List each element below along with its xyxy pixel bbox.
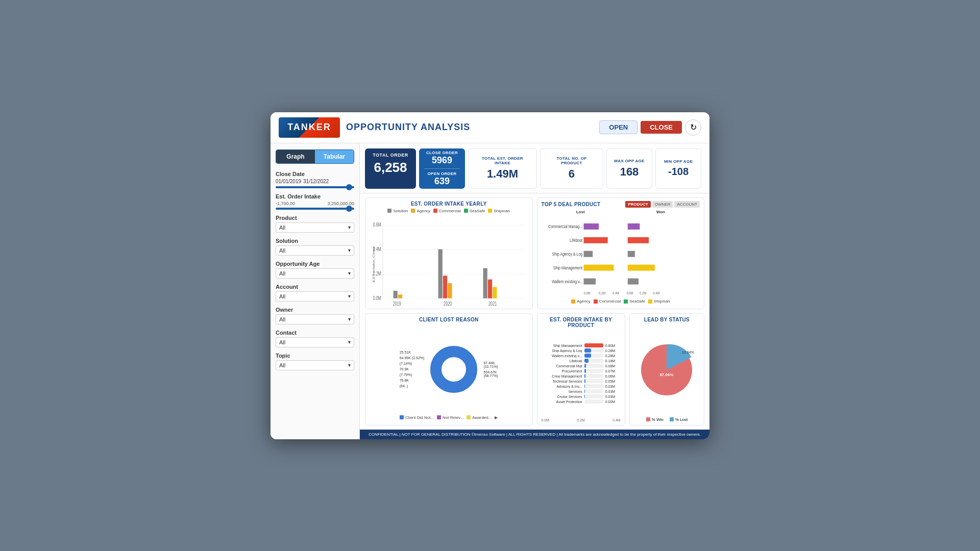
kpi-min-opp: MIN OPP AGE -108: [655, 148, 701, 189]
logo: TANKER: [279, 117, 340, 138]
open-button[interactable]: OPEN: [599, 120, 638, 134]
solution-value: All: [279, 247, 285, 254]
svg-rect-27: [583, 237, 607, 243]
legend-seasafe2-icon: [624, 299, 628, 304]
hbar-area: Ship Management 0.80M Ship Agency & Log …: [542, 330, 621, 417]
kpi-open-order: OPEN ORDER 639: [428, 171, 457, 187]
date-slider[interactable]: [276, 186, 354, 188]
svg-text:2020: 2020: [444, 301, 452, 307]
total-product-value: 6: [569, 167, 575, 181]
pie-legend-win: % Win: [646, 417, 664, 422]
svg-text:2021: 2021: [488, 301, 497, 307]
top5-tab-account[interactable]: ACCOUNT: [674, 201, 700, 208]
hbar-fill-2: [584, 348, 591, 353]
legend-commercial2: Commercial: [594, 299, 621, 304]
hbar-fill-6: [584, 369, 586, 373]
filter-est-order: Est. Order Intake -1,700.00 3,250,000.00: [276, 193, 354, 210]
hbar-row-1: Ship Management 0.80M: [542, 343, 621, 347]
est-slider[interactable]: [276, 208, 354, 210]
legend-solution-icon: [387, 209, 391, 213]
svg-text:EST Intake_Close: EST Intake_Close: [372, 246, 376, 282]
chart-client-lost: CLIENT LOST REASON 25.51K 64.99K (2.92%)…: [365, 313, 533, 425]
pie-legend: % Win % Lost: [634, 417, 700, 422]
filter-solution: Solution All ▾: [276, 238, 354, 256]
bottom-right-charts: EST. ORDER INTAKE BY PRODUCT Ship Manage…: [537, 313, 705, 425]
legend-client-more: ▶: [495, 415, 498, 420]
main-body: Graph Tabular Close Date 01/01/2019 31/1…: [271, 143, 709, 439]
legend-client-2-icon: [437, 415, 441, 419]
svg-text:Wallem existing v...: Wallem existing v...: [552, 279, 582, 284]
donut-label-1: 25.51K: [400, 350, 425, 354]
chevron-down-icon: ▾: [348, 362, 351, 368]
close-button[interactable]: CLOSE: [641, 121, 682, 134]
account-dropdown[interactable]: All ▾: [276, 291, 354, 302]
open-order-label: OPEN ORDER: [428, 171, 457, 176]
header: TANKER OPPORTUNITY ANALYSIS OPEN CLOSE ↻: [271, 112, 709, 143]
refresh-button[interactable]: ↻: [685, 119, 701, 136]
app-window: TANKER OPPORTUNITY ANALYSIS OPEN CLOSE ↻…: [271, 112, 709, 439]
tab-tabular[interactable]: Tabular: [315, 150, 354, 163]
chart-est-yearly-legend: Solution Agency Commercial SeaSafe: [370, 209, 528, 213]
top5-tab-owner[interactable]: OWNER: [652, 201, 673, 208]
donut-label-5: (7.79%): [400, 373, 425, 377]
donut-label-2: 64.99K (2.92%): [400, 356, 425, 360]
hbar-fill-1: [584, 343, 603, 347]
win-icon: [646, 417, 650, 421]
hbar-row-12: Asset Protection 0.00M: [542, 399, 621, 404]
svg-rect-30: [583, 278, 596, 284]
account-label: Account: [276, 284, 354, 290]
svg-rect-9: [398, 294, 402, 298]
top5-charts: Lost Commercial Manag... Lifeboat Ship A…: [542, 210, 700, 298]
legend-shipman2-icon: [648, 299, 652, 304]
hbar-row-6: Procurement 0.07M: [542, 369, 621, 373]
chart-top5-deal: TOP 5 DEAL PRODUCT PRODUCT OWNER ACCOUNT…: [537, 197, 705, 310]
solution-dropdown[interactable]: All ▾: [276, 245, 354, 256]
svg-rect-29: [583, 264, 614, 270]
lost-icon: [670, 417, 674, 421]
content-area: TOTAL ORDER 6,258 CLOSE ORDER 5969 OPEN …: [360, 143, 709, 439]
divider: [424, 168, 460, 169]
donut-label-val: 97.48K: [483, 361, 498, 365]
svg-point-48: [443, 358, 465, 381]
hbar-row-5: Commercial Mgt 0.08M: [542, 364, 621, 368]
est-max: 3,250,000.00: [327, 201, 354, 206]
tab-graph[interactable]: Graph: [276, 150, 315, 163]
max-opp-label: MAX OPP AGE: [614, 159, 644, 163]
contact-label: Contact: [276, 330, 354, 336]
logo-text: TANKER: [287, 122, 331, 133]
bar-chart-svg: 0.6M 0.4M 0.2M 0.0M: [370, 215, 528, 306]
product-dropdown[interactable]: All ▾: [276, 222, 354, 233]
contact-dropdown[interactable]: All ▾: [276, 337, 354, 347]
charts-area: EST. ORDER INTAKE YEARLY Solution Agency: [360, 193, 709, 430]
svg-rect-34: [628, 223, 640, 229]
owner-dropdown[interactable]: All ▾: [276, 314, 354, 324]
topic-dropdown[interactable]: All ▾: [276, 360, 354, 370]
filter-owner: Owner All ▾: [276, 307, 354, 324]
chevron-down-icon: ▾: [348, 247, 351, 253]
hbar-row-4: Lifeboat 0.18M: [542, 359, 621, 363]
hbar-fill-9: [584, 384, 585, 388]
hbar-fill-10: [584, 389, 585, 393]
total-est-value: 1.49M: [487, 167, 518, 181]
svg-rect-37: [628, 264, 655, 270]
total-product-label: TOTAL NO. OF PRODUCT: [546, 156, 598, 165]
tab-row: Graph Tabular: [276, 149, 354, 164]
chart-est-yearly-title: EST. ORDER INTAKE YEARLY: [370, 201, 528, 207]
owner-label: Owner: [276, 307, 354, 313]
legend-solution: Solution: [387, 209, 408, 213]
opp-age-label: Opportunity Age: [276, 261, 354, 267]
legend-client-3-icon: [467, 415, 471, 419]
svg-rect-13: [483, 268, 487, 298]
svg-rect-12: [448, 283, 452, 298]
total-est-label: TOTAL EST. ORDER INTAKE: [474, 156, 531, 165]
legend-agency2: Agency: [571, 299, 591, 304]
svg-text:0.0M: 0.0M: [373, 295, 381, 301]
top5-tabs: PRODUCT OWNER ACCOUNT: [625, 201, 700, 208]
svg-text:0.0M: 0.0M: [583, 291, 590, 295]
opp-age-dropdown[interactable]: All ▾: [276, 268, 354, 279]
chart-est-product: EST. ORDER INTAKE BY PRODUCT Ship Manage…: [537, 313, 625, 425]
kpi-row: TOTAL ORDER 6,258 CLOSE ORDER 5969 OPEN …: [360, 143, 709, 193]
account-value: All: [279, 293, 285, 299]
pie-wrapper: 87.06% 12.94%: [634, 324, 700, 415]
top5-tab-product[interactable]: PRODUCT: [625, 201, 651, 208]
